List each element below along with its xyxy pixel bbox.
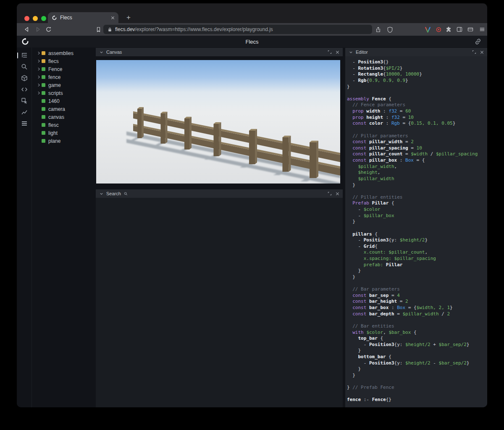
expand-arrow-icon[interactable]: [36, 74, 42, 80]
close-icon[interactable]: [335, 191, 340, 196]
inspect-icon[interactable]: [21, 97, 28, 105]
code-line: - Position3{}: [347, 59, 487, 66]
search-panel-header[interactable]: Search: [96, 189, 343, 198]
code-icon[interactable]: [21, 86, 28, 93]
code-line: assembly Fence {: [347, 96, 487, 102]
code-line: const bar_depth = $pillar_width / 2: [347, 311, 487, 317]
share-icon[interactable]: [374, 25, 382, 34]
canvas-panel-header[interactable]: Canvas: [96, 48, 343, 56]
expand-arrow-icon[interactable]: [36, 90, 42, 96]
expand-arrow-icon[interactable]: [36, 114, 42, 120]
tree-item-scripts[interactable]: scripts: [32, 89, 93, 97]
code-line: [347, 188, 487, 194]
reload-button[interactable]: [45, 25, 53, 34]
stats-chart-icon[interactable]: [21, 108, 28, 116]
tree-item-fence[interactable]: fence: [32, 73, 93, 81]
code-line: $pillar_width,: [347, 164, 487, 170]
code-line: } // Prefab Fence: [347, 385, 487, 391]
browser-tab[interactable]: Flecs: [48, 12, 118, 23]
code-line: - Rotation3{$PI/2}: [347, 66, 487, 72]
expand-icon[interactable]: [327, 50, 332, 55]
tree-item-assemblies[interactable]: assemblies: [32, 49, 93, 57]
expand-arrow-icon[interactable]: [36, 66, 42, 72]
editor-panel-title: Editor: [356, 50, 368, 55]
search-small-icon: [123, 191, 129, 196]
tree-item-1460[interactable]: 1460: [32, 97, 93, 105]
entity-label: game: [48, 82, 61, 88]
search-panel-title: Search: [106, 191, 121, 196]
expand-icon[interactable]: [472, 50, 477, 55]
entity-label: canvas: [48, 114, 64, 120]
link-icon[interactable]: [474, 37, 482, 46]
tree-item-Fence[interactable]: Fence: [32, 65, 93, 73]
tree-item-flesc[interactable]: flesc: [32, 121, 93, 129]
entity-label: 1460: [48, 98, 60, 104]
code-line: - Position3{y: $height/2}: [347, 237, 487, 244]
editor-code[interactable]: - Position3{} - Rotation3{$PI/2} - Recta…: [345, 56, 487, 407]
close-icon[interactable]: [335, 50, 340, 55]
code-line: bottom_bar {: [347, 354, 487, 360]
expand-arrow-icon[interactable]: [36, 98, 42, 104]
menu-icon[interactable]: [478, 25, 486, 34]
canvas-3d-view[interactable]: [96, 60, 340, 184]
extensions-puzzle-icon[interactable]: [444, 25, 453, 34]
back-button[interactable]: [23, 25, 31, 34]
entity-color-square: [42, 75, 45, 79]
search-icon[interactable]: [21, 63, 28, 71]
new-tab-button[interactable]: +: [123, 13, 134, 23]
expand-icon[interactable]: [327, 191, 332, 196]
wallet-icon[interactable]: [466, 25, 475, 34]
browser-toolbar: flecs.dev/explorer/?wasm=https://www.fle…: [17, 23, 487, 36]
entity-color-square: [42, 115, 45, 119]
expand-arrow-icon[interactable]: [36, 130, 42, 136]
expand-arrow-icon[interactable]: [36, 122, 42, 128]
entity-color-square: [42, 67, 45, 71]
components-cube-icon[interactable]: [21, 74, 28, 82]
code-line: pillars {: [347, 231, 487, 238]
expand-arrow-icon[interactable]: [36, 58, 42, 64]
chevron-down-icon[interactable]: [348, 50, 353, 55]
maximize-window-button[interactable]: [41, 16, 46, 21]
code-line: }: [347, 219, 487, 225]
tree-item-light[interactable]: light: [32, 129, 93, 137]
expand-arrow-icon[interactable]: [36, 138, 42, 144]
code-line: with $color, $bar_box {: [347, 330, 487, 336]
tree-item-plane[interactable]: plane: [32, 137, 93, 145]
code-line: [347, 317, 487, 323]
code-line: // Fence parameters: [347, 102, 487, 108]
entity-color-square: [42, 91, 45, 95]
sidebar-toggle-icon[interactable]: [455, 25, 464, 34]
browser-window: Flecs + flecs.dev/explorer/?wasm=https:/…: [17, 3, 487, 407]
tree-item-game[interactable]: game: [32, 81, 93, 89]
entity-label: plane: [48, 138, 60, 144]
close-icon[interactable]: [479, 50, 484, 55]
code-line: const bar_height = 2: [347, 299, 487, 305]
bookmark-icon[interactable]: [94, 25, 102, 34]
code-line: // Pillar entities: [347, 194, 487, 201]
code-line: // Pillar parameters: [347, 133, 487, 139]
tab-strip: Flecs +: [17, 3, 487, 23]
expand-arrow-icon[interactable]: [36, 106, 42, 112]
tree-item-canvas[interactable]: canvas: [32, 113, 93, 121]
expand-arrow-icon[interactable]: [36, 50, 42, 56]
extension-v-icon[interactable]: [423, 25, 432, 34]
queries-list-icon[interactable]: [21, 120, 28, 127]
tree-item-flecs[interactable]: flecs: [32, 57, 93, 65]
editor-panel-header[interactable]: Editor: [345, 48, 487, 56]
expand-arrow-icon[interactable]: [36, 82, 42, 88]
entity-tree-icon[interactable]: [21, 52, 28, 59]
tab-title: Flecs: [60, 15, 108, 21]
url-bar[interactable]: flecs.dev/explorer/?wasm=https://www.fle…: [103, 25, 372, 34]
chevron-down-icon[interactable]: [99, 50, 104, 55]
close-window-button[interactable]: [24, 16, 29, 21]
extension-record-icon[interactable]: [434, 25, 443, 34]
forward-button[interactable]: [34, 25, 42, 34]
code-line: const bar_box : Box = {$width, 2, 1}: [347, 305, 487, 311]
shield-icon[interactable]: [386, 25, 394, 34]
tab-close-icon[interactable]: [111, 16, 115, 20]
tree-item-camera[interactable]: camera: [32, 105, 93, 113]
minimize-window-button[interactable]: [33, 16, 38, 21]
lock-icon[interactable]: [107, 27, 113, 32]
chevron-down-icon[interactable]: [99, 191, 104, 196]
code-line: x.count: $pillar_count,: [347, 249, 487, 256]
